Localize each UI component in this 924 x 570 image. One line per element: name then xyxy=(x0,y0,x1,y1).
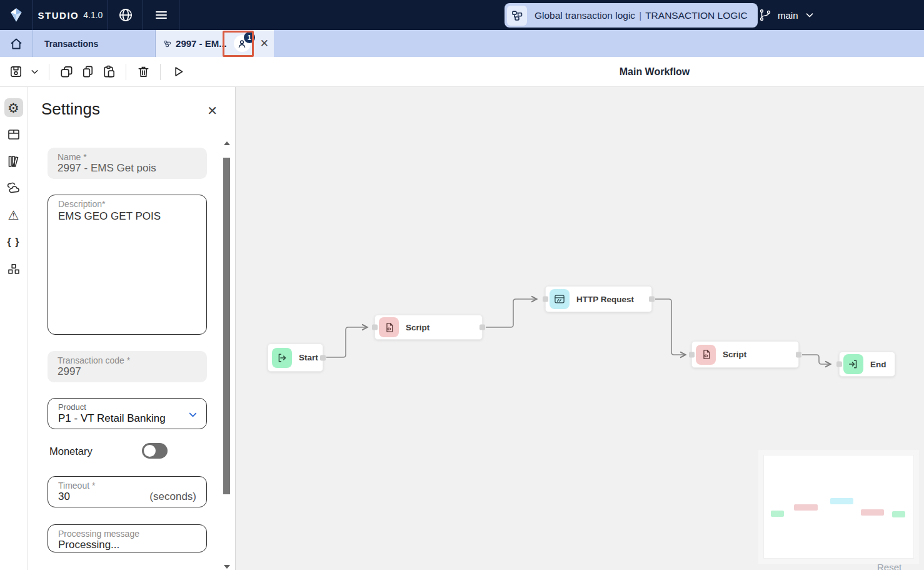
description-field-value: EMS GEO GET POIS xyxy=(58,210,196,223)
tab-transaction-2997[interactable]: 2997 - EM... 1 ✕ xyxy=(156,30,274,57)
trash-icon xyxy=(136,64,151,79)
processing-message-value: Processing... xyxy=(58,539,196,551)
name-field: Name * 2997 - EMS Get pois xyxy=(48,148,207,179)
language-button[interactable] xyxy=(108,0,143,30)
save-button[interactable] xyxy=(5,61,26,83)
monetary-label: Monetary xyxy=(49,445,93,457)
copy-button[interactable] xyxy=(77,61,98,83)
collaborator-indicator[interactable]: 1 xyxy=(234,35,251,52)
description-field[interactable]: Description* EMS GEO GET POIS xyxy=(48,195,207,335)
monetary-row: Monetary xyxy=(49,443,207,459)
connector-handle[interactable] xyxy=(836,362,842,367)
monetary-toggle[interactable] xyxy=(142,443,168,459)
tab-home[interactable] xyxy=(0,30,33,57)
paste-button[interactable] xyxy=(98,61,119,83)
processing-message-field[interactable]: Processing message Processing... xyxy=(48,524,207,552)
node-label: Start xyxy=(299,353,318,362)
rail-library-button[interactable] xyxy=(4,152,23,171)
node-script-2[interactable]: Script xyxy=(691,341,799,368)
script-icon xyxy=(696,345,716,365)
tab-close-icon[interactable]: ✕ xyxy=(260,37,269,50)
delete-button[interactable] xyxy=(133,61,154,83)
settings-close-icon[interactable]: ✕ xyxy=(207,103,218,118)
branch-selector[interactable]: main xyxy=(758,0,815,30)
connector-handle[interactable] xyxy=(796,352,801,357)
node-label: Script xyxy=(723,350,746,359)
scrollbar-thumb[interactable] xyxy=(223,158,230,494)
rail-alerts-button[interactable]: ⚠ xyxy=(4,206,23,225)
minimap[interactable] xyxy=(763,455,914,559)
context-pill-text: Global transaction logic|TRANSACTION LOG… xyxy=(535,10,748,21)
left-icon-rail: ⚙ ⚠ { } xyxy=(0,87,28,570)
gem-logo-icon xyxy=(8,7,24,23)
rail-code-button[interactable]: { } xyxy=(4,233,23,252)
rail-components-button[interactable] xyxy=(4,125,23,144)
connector-handle[interactable] xyxy=(649,297,655,302)
minimap-node-end xyxy=(892,511,905,517)
toolbar-divider xyxy=(49,64,49,80)
name-field-value: 2997 - EMS Get pois xyxy=(58,162,197,175)
library-books-icon xyxy=(6,154,21,169)
duplicate-button[interactable] xyxy=(56,61,77,83)
timeout-label: Timeout * xyxy=(58,481,196,491)
workflow-canvas[interactable]: Start Script HTTP Request xyxy=(236,87,924,570)
branch-name: main xyxy=(778,10,798,21)
connector-handle[interactable] xyxy=(543,297,548,302)
duplicate-icon xyxy=(59,64,74,79)
minimap-node-script-1 xyxy=(794,504,818,511)
gear-icon: ⚙ xyxy=(8,101,19,115)
tab-transactions-label: Transactions xyxy=(44,39,98,49)
node-label: HTTP Request xyxy=(576,295,634,304)
copy-icon xyxy=(81,64,95,79)
minimap-node-http xyxy=(830,498,853,504)
connector-handle[interactable] xyxy=(689,352,695,357)
node-script-1[interactable]: Script xyxy=(374,315,483,340)
timeout-field[interactable]: Timeout * 30 (seconds) xyxy=(48,476,207,507)
rail-blocks-button[interactable] xyxy=(4,260,23,278)
connector-handle[interactable] xyxy=(320,355,326,360)
main-menu-button[interactable] xyxy=(143,0,179,30)
scroll-up-arrow-icon[interactable] xyxy=(224,141,230,145)
paste-icon xyxy=(102,64,116,79)
product-select[interactable]: Product P1 - VT Retail Banking xyxy=(48,398,207,429)
chevron-down-icon xyxy=(29,66,40,77)
save-options-button[interactable] xyxy=(26,61,43,83)
rail-settings-button[interactable]: ⚙ xyxy=(4,98,23,117)
panel-scrollbar[interactable] xyxy=(223,139,231,570)
transaction-code-value: 2997 xyxy=(58,365,197,378)
app-header: STUDIO 4.1.0 Global transaction logic|TR… xyxy=(0,0,924,30)
node-http-request[interactable]: HTTP Request xyxy=(545,286,652,312)
play-icon xyxy=(171,64,185,79)
node-end[interactable]: End xyxy=(839,352,895,377)
tab-transaction-2997-label: 2997 - EM... xyxy=(176,38,227,49)
scroll-down-arrow-icon[interactable] xyxy=(224,565,230,569)
name-field-label: Name * xyxy=(58,152,197,162)
app-version: 4.1.0 xyxy=(83,10,103,20)
product-label: Product xyxy=(58,402,196,412)
workflow-title: Main Workflow xyxy=(600,57,709,87)
brand-title: STUDIO 4.1.0 xyxy=(33,0,108,30)
timeout-unit: (seconds) xyxy=(149,491,196,503)
box-icon xyxy=(6,127,21,142)
app-logo[interactable] xyxy=(0,0,33,30)
rail-cloud-button[interactable] xyxy=(4,179,23,198)
settings-title: Settings xyxy=(41,99,100,119)
hierarchy-icon xyxy=(511,9,523,22)
run-button[interactable] xyxy=(167,61,188,83)
context-pill[interactable]: Global transaction logic|TRANSACTION LOG… xyxy=(505,3,758,28)
description-field-label: Description* xyxy=(58,199,196,209)
collaborator-count-badge: 1 xyxy=(244,32,255,43)
toolbar-divider xyxy=(160,64,161,80)
node-start[interactable]: Start xyxy=(268,344,323,372)
context-pill-separator: | xyxy=(635,10,645,21)
reset-flow-button[interactable]: Reset Flow xyxy=(877,562,924,570)
tab-transactions[interactable]: Transactions xyxy=(33,30,156,57)
home-icon xyxy=(9,36,24,51)
connector-handle[interactable] xyxy=(480,325,485,330)
http-request-icon xyxy=(550,289,570,309)
cubes-icon xyxy=(6,262,21,277)
clouds-icon xyxy=(6,181,21,196)
minimap-node-script-2 xyxy=(861,509,884,516)
connector-handle[interactable] xyxy=(372,325,378,330)
app-name: STUDIO xyxy=(38,10,79,21)
